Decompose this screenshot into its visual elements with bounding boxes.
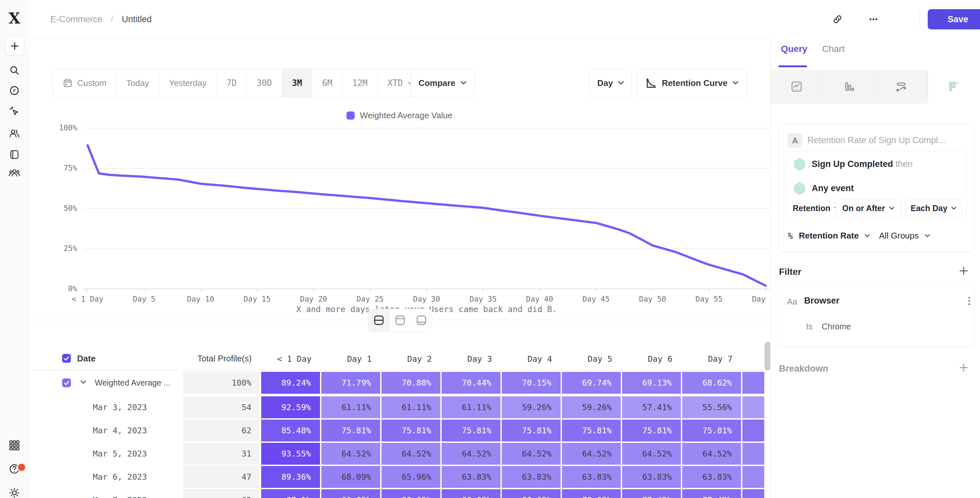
filter-menu-button[interactable] — [964, 294, 975, 307]
query-type-bar-chart[interactable] — [823, 70, 875, 103]
range-custom[interactable]: Custom — [53, 69, 117, 97]
retention-mode-dropdown[interactable]: Retention — [793, 204, 840, 213]
apps-grid-icon[interactable] — [8, 439, 20, 451]
search-icon[interactable] — [8, 64, 20, 76]
on-or-after-dropdown[interactable]: On or After — [835, 199, 901, 217]
line-chart-icon — [791, 80, 803, 93]
range-label: XTD — [388, 78, 403, 88]
x-axis-tick: Day 25 — [344, 295, 396, 303]
chart-canvas — [29, 124, 770, 320]
plus-icon — [958, 362, 969, 373]
team-icon[interactable] — [8, 167, 20, 179]
column-header-day: Day 4 — [501, 354, 552, 364]
range-6m[interactable]: 6M — [312, 69, 342, 97]
granularity-button[interactable]: Day — [590, 68, 632, 97]
filter-operator[interactable]: Is — [806, 322, 812, 331]
kebab-icon — [964, 294, 975, 307]
y-axis-tick: 0% — [38, 284, 77, 293]
retention-cell: 61.11% — [382, 396, 440, 418]
view-toggle-table-only[interactable] — [411, 309, 432, 331]
retention-cell: 75.81% — [622, 420, 681, 441]
new-report-button[interactable] — [5, 37, 24, 56]
view-toggle-chart-only[interactable] — [390, 309, 411, 331]
retention-cell: 92.59% — [261, 396, 320, 418]
tab-chart[interactable]: Chart — [822, 44, 844, 54]
users-icon[interactable] — [8, 127, 20, 139]
y-axis-tick: 50% — [38, 204, 77, 212]
y-axis-tick: 100% — [38, 124, 77, 132]
add-filter-button[interactable] — [958, 265, 969, 277]
notebook-icon[interactable] — [8, 149, 20, 161]
query-title[interactable]: Retention Rate of Sign Up Compl... — [807, 135, 945, 145]
breakdown-heading: Breakdown — [779, 363, 828, 374]
retention-cell: 68.62% — [682, 372, 741, 394]
cursor-click-icon[interactable] — [8, 106, 20, 118]
each-day-dropdown[interactable]: Each Day — [905, 199, 962, 217]
column-header-day: < 1 Day — [261, 354, 312, 364]
chart-legend[interactable]: Weighted Average Value — [29, 110, 770, 121]
retention-curve-chart: 100%75%50%25%0%< 1 DayDay 5Day 10Day 15D… — [29, 124, 770, 320]
range-label: 7D — [226, 78, 237, 88]
retention-cell: 64 — [742, 443, 764, 465]
retention-cell: 75.81% — [682, 420, 741, 441]
column-header-day: Day 1 — [321, 354, 372, 364]
chart-type-button[interactable]: Retention Curve — [637, 68, 747, 97]
filter-value[interactable]: Chrome — [822, 322, 851, 331]
query-type-retention[interactable] — [928, 70, 980, 103]
topbar-divider — [920, 11, 920, 27]
retention-cell: 80.65% — [502, 489, 561, 498]
retention-cell: 75 — [742, 489, 764, 498]
range-30d[interactable]: 30D — [247, 69, 282, 97]
groups-dropdown[interactable]: All Groups — [879, 231, 918, 241]
retention-cell: 59.26% — [502, 396, 561, 418]
x-axis-tick: Day 35 — [457, 295, 509, 303]
query-type-flows[interactable] — [875, 70, 928, 103]
query-panel: Query Chart A Retention Rate of Sign Up … — [770, 38, 980, 498]
select-all-checkbox[interactable] — [62, 354, 71, 363]
metric-dropdown[interactable]: Retention Rate — [799, 231, 859, 241]
add-breakdown-button[interactable] — [958, 362, 969, 373]
compare-button[interactable]: Compare — [410, 68, 474, 97]
event-1-row[interactable]: Sign Up Completed then — [811, 159, 913, 169]
compass-icon[interactable] — [8, 84, 20, 96]
retention-cell: 68 — [742, 372, 764, 394]
chevron-down-icon — [80, 380, 86, 384]
event-hexagon-icon — [793, 158, 807, 171]
retention-cell: 63.83% — [682, 466, 741, 488]
retention-cell: 71.79% — [321, 372, 380, 394]
retention-cell: 55.56% — [682, 396, 741, 418]
check-icon — [64, 356, 69, 361]
chevron-down-icon — [865, 234, 870, 237]
percent-icon: % — [788, 231, 793, 241]
app-logo-icon[interactable]: X — [7, 10, 22, 27]
settings-gear-icon[interactable] — [8, 487, 20, 498]
retention-cell: 69.74% — [562, 372, 621, 394]
row-expand-chevron[interactable] — [80, 380, 86, 384]
event-2-label[interactable]: Any event — [811, 183, 854, 193]
query-type-line-chart[interactable] — [770, 70, 823, 103]
date-range-group: CustomTodayYesterday7D30D3M6M12MXTD — [52, 68, 423, 97]
retention-cell: 75.81% — [442, 420, 500, 441]
range-7d[interactable]: 7D — [217, 69, 247, 97]
save-button[interactable]: Save — [928, 9, 980, 29]
y-axis-tick: 25% — [38, 244, 77, 253]
range-3m[interactable]: 3M — [282, 69, 312, 97]
filter-property[interactable]: Browser — [804, 296, 840, 306]
table-scrollbar[interactable] — [765, 342, 770, 371]
share-link-button[interactable] — [828, 10, 846, 29]
range-yesterday[interactable]: Yesterday — [159, 69, 217, 97]
filter-card: Aa Browser Is Chrome — [778, 285, 974, 347]
total-profiles-cell: 54 — [183, 396, 259, 418]
retention-cell: 64.52% — [622, 443, 681, 465]
range-today[interactable]: Today — [117, 69, 159, 97]
range-label: Today — [127, 78, 149, 88]
row-label-date: Mar 6, 2023 — [93, 466, 147, 488]
more-options-button[interactable] — [864, 10, 883, 29]
row-checkbox[interactable] — [62, 379, 71, 387]
breadcrumb-current[interactable]: Untitled — [122, 14, 152, 24]
x-axis-tick: Day 55 — [683, 295, 735, 303]
view-toggle-split[interactable] — [368, 309, 390, 331]
range-12m[interactable]: 12M — [342, 69, 378, 97]
breadcrumb-parent[interactable]: E-Commerce — [50, 14, 102, 24]
tab-query[interactable]: Query — [781, 44, 807, 54]
